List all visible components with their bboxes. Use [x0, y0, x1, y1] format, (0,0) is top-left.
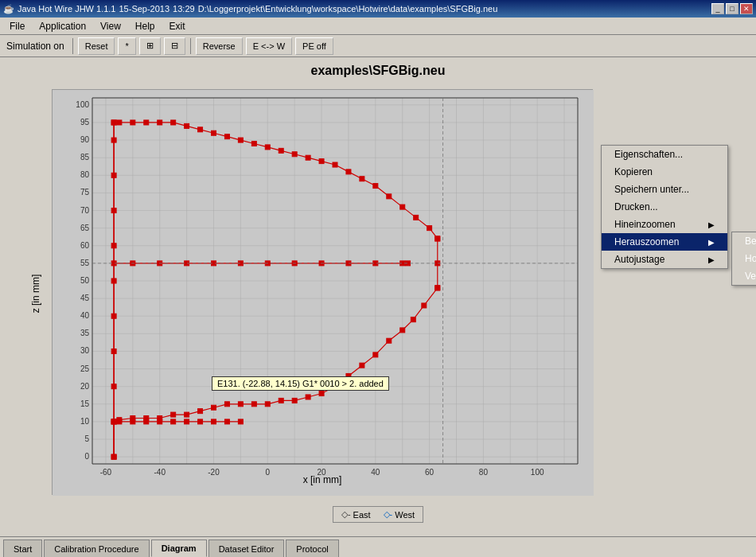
- ctx-autojustage[interactable]: Autojustage ▶: [602, 251, 727, 268]
- reset-button[interactable]: Reset: [78, 37, 115, 55]
- tab-calibration[interactable]: Calibration Procedure: [44, 539, 149, 557]
- ctx-eigenschaften[interactable]: Eigenschaften...: [602, 146, 727, 163]
- pe-button[interactable]: PE off: [295, 37, 333, 55]
- maximize-button[interactable]: □: [726, 3, 738, 14]
- main-content: examples\SFGBig.neu z [in mm] E131. (-22…: [0, 57, 756, 529]
- toolbar: Simulation on Reset * ⊞ ⊟ Reverse E <-> …: [0, 35, 756, 57]
- title-bar: ☕ Java Hot Wire JHW 1.1.1 15-Sep-2013 13…: [0, 0, 756, 18]
- legend-east: ◇- East: [341, 509, 371, 520]
- ctx-kopieren[interactable]: Kopieren: [602, 163, 727, 181]
- menu-exit[interactable]: Exit: [163, 19, 192, 33]
- tab-dataset-editor[interactable]: Dataset Editor: [208, 539, 285, 557]
- title-icon: ☕: [3, 4, 14, 14]
- chart-title: examples\SFGBig.neu: [311, 64, 446, 78]
- tab-bar: Start Calibration Procedure Diagram Data…: [0, 536, 756, 557]
- title-time: 13:29: [173, 4, 195, 14]
- reverse-button[interactable]: Reverse: [196, 37, 243, 55]
- y-axis-label: z [in mm]: [30, 275, 41, 314]
- simulation-label: Simulation on: [3, 41, 68, 52]
- ctx-herauszoomen[interactable]: Herauszoomen ▶ Beide Achsen Horizontale …: [602, 233, 727, 251]
- star-button[interactable]: *: [118, 37, 135, 55]
- ew-button[interactable]: E <-> W: [246, 37, 292, 55]
- chart-area[interactable]: E131. (-22.88, 14.15) G1* 0010 > 2. adde…: [52, 89, 593, 495]
- close-button[interactable]: ✕: [740, 3, 753, 14]
- menu-bar: File Application View Help Exit: [0, 18, 756, 35]
- minimize-button[interactable]: _: [711, 3, 724, 14]
- x-axis-label: x [in mm]: [303, 474, 342, 485]
- legend-area: ◇- East ◇- West: [333, 506, 423, 523]
- sub-vertikale[interactable]: Vertikale Achse: [732, 267, 756, 285]
- toolbar-separator-1: [72, 38, 73, 54]
- menu-view[interactable]: View: [94, 19, 127, 33]
- icon-btn-1[interactable]: ⊞: [139, 37, 161, 55]
- tab-diagram[interactable]: Diagram: [151, 539, 207, 557]
- tab-start[interactable]: Start: [3, 539, 42, 557]
- icon-btn-2[interactable]: ⊟: [164, 37, 185, 55]
- context-menu: Eigenschaften... Kopieren Speichern unte…: [601, 145, 728, 269]
- title-filepath: D:\Loggerprojekt\Entwicklung\workspace\H…: [198, 4, 498, 14]
- legend-wrapper: ◇- East ◇- West: [333, 506, 423, 523]
- menu-help[interactable]: Help: [129, 19, 162, 33]
- west-label: West: [395, 510, 415, 520]
- submenu: Beide Achsen Horizontale Achse Vertikale…: [731, 232, 756, 286]
- menu-file[interactable]: File: [3, 19, 31, 33]
- title-date: 15-Sep-2013: [119, 4, 170, 14]
- chart-canvas: [53, 90, 594, 496]
- autojustage-arrow: ▶: [708, 255, 715, 264]
- ctx-speichern[interactable]: Speichern unter...: [602, 181, 727, 198]
- hineinzoomen-arrow: ▶: [708, 220, 715, 229]
- sub-horizontale[interactable]: Horizontale Achse: [732, 250, 756, 267]
- herauszoomen-arrow: ▶: [708, 238, 715, 247]
- chart-container: z [in mm] E131. (-22.88, 14.15) G1* 0010…: [12, 81, 744, 503]
- sub-beide-achsen[interactable]: Beide Achsen: [732, 232, 756, 250]
- app-title: Java Hot Wire JHW 1.1.1: [18, 4, 115, 14]
- east-icon: ◇-: [341, 509, 351, 520]
- menu-application[interactable]: Application: [33, 19, 92, 33]
- ctx-drucken[interactable]: Drucken...: [602, 198, 727, 216]
- tab-protocol[interactable]: Protocol: [286, 539, 338, 557]
- ctx-hineinzoomen[interactable]: Hineinzoomen ▶: [602, 216, 727, 233]
- west-icon: ◇-: [384, 509, 393, 520]
- east-label: East: [353, 510, 371, 520]
- legend-west: ◇- West: [384, 509, 415, 520]
- toolbar-separator-2: [190, 38, 191, 54]
- chart-annotation: E131. (-22.88, 14.15) G1* 0010 > 2. adde…: [212, 376, 389, 391]
